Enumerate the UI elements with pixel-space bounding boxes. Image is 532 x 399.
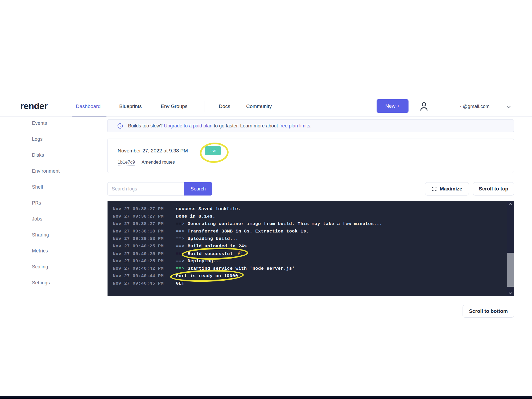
- account-email[interactable]: · @gmail.com: [460, 104, 489, 109]
- scroll-to-top-label: Scroll to top: [479, 186, 508, 192]
- log-timestamp: Nov 27 09:40:42 PM: [113, 265, 176, 272]
- log-timestamp: Nov 27 09:40:25 PM: [113, 250, 176, 258]
- log-arrow: ==>: [176, 221, 184, 226]
- free-plan-limits-link[interactable]: free plan limits: [279, 123, 310, 128]
- top-navbar: render Dashboard Blueprints Env Groups D…: [0, 97, 532, 117]
- bottom-edge-strip: [0, 396, 532, 399]
- log-timestamp: Nov 27 09:39:53 PM: [113, 235, 176, 243]
- search-input[interactable]: [107, 182, 184, 196]
- render-dashboard-page: render Dashboard Blueprints Env Groups D…: [0, 0, 532, 399]
- maximize-label: Maximize: [440, 186, 462, 192]
- sidebar-item-disks[interactable]: Disks: [32, 152, 60, 158]
- sidebar-item-jobs[interactable]: Jobs: [32, 216, 60, 222]
- nav-divider: [204, 101, 204, 112]
- render-logo[interactable]: render: [20, 101, 48, 111]
- log-message: Build uploaded in 24s: [188, 244, 247, 249]
- log-message: Done in 8.14s.: [176, 214, 215, 219]
- log-line: Nov 27 09:40:42 PM==>Starting service wi…: [113, 265, 503, 272]
- party-popper-icon: [236, 250, 242, 256]
- log-line: Nov 27 09:39:53 PM==>Uploading build...: [113, 235, 503, 243]
- log-message: success Saved lockfile.: [176, 206, 241, 211]
- active-tab-indicator: [72, 116, 106, 117]
- log-message: Generating container image from build. T…: [188, 221, 382, 226]
- deploy-card: November 27, 2022 at 9:38 PM Live 1b1e7c…: [107, 139, 514, 173]
- sidebar-item-prs[interactable]: PRs: [32, 200, 60, 206]
- marker-circle-build-successful: Build successful: [188, 250, 242, 258]
- log-arrow: ==>: [176, 236, 184, 241]
- log-message: Deploying...: [188, 259, 221, 264]
- sidebar-item-shell[interactable]: Shell: [32, 184, 60, 190]
- log-message: Starting service with 'node server.js': [188, 266, 295, 271]
- sidebar-item-metrics[interactable]: Metrics: [32, 248, 60, 253]
- log-arrow: ==>: [176, 251, 184, 256]
- log-line: Nov 27 09:40:25 PM==>Deploying...: [113, 257, 503, 265]
- scroll-to-top-button[interactable]: Scroll to top: [473, 182, 514, 196]
- commit-hash[interactable]: 1b1e7c9: [118, 160, 135, 166]
- scroll-to-bottom-button[interactable]: Scroll to bottom: [463, 305, 514, 318]
- sidebar-item-scaling[interactable]: Scaling: [32, 264, 60, 269]
- log-arrow: ==>: [176, 259, 184, 264]
- nav-link-docs[interactable]: Docs: [219, 103, 230, 109]
- log-console[interactable]: Nov 27 09:38:27 PMsuccess Saved lockfile…: [108, 201, 514, 296]
- log-arrow: ==>: [176, 266, 184, 271]
- nav-tab-dashboard[interactable]: Dashboard: [76, 103, 101, 109]
- account-masked-prefix: ·: [460, 104, 461, 109]
- sidebar-item-environment[interactable]: Environment: [32, 168, 60, 174]
- sidebar-item-settings[interactable]: Settings: [32, 280, 60, 285]
- log-line: Nov 27 09:40:45 PMGET: [113, 280, 503, 287]
- log-line-build-successful: Nov 27 09:40:25 PM==>Build successful: [113, 250, 503, 257]
- log-timestamp: Nov 27 09:40:45 PM: [113, 280, 176, 287]
- nav-tab-env-groups[interactable]: Env Groups: [161, 103, 187, 109]
- scrollbar-down-icon[interactable]: [509, 292, 512, 295]
- live-status-badge: Live: [205, 146, 221, 155]
- log-line: Nov 27 09:38:27 PM==>Generating containe…: [113, 220, 503, 228]
- log-timestamp: Nov 27 09:40:25 PM: [113, 243, 176, 250]
- sidebar-item-logs[interactable]: Logs: [32, 136, 60, 142]
- log-line: Nov 27 09:38:27 PMDone in 8.14s.: [113, 213, 503, 220]
- new-button[interactable]: New +: [377, 99, 409, 113]
- log-line: Nov 27 09:38:18 PM==>Transferred 38MB in…: [113, 228, 503, 235]
- log-message: GET: [176, 281, 184, 286]
- commit-message: Amended routes: [142, 160, 175, 165]
- banner-text-after: .: [310, 123, 311, 128]
- log-timestamp: Nov 27 09:38:27 PM: [113, 213, 176, 220]
- user-avatar-icon[interactable]: [419, 100, 429, 113]
- log-message: Build successful: [188, 251, 233, 256]
- log-line: Nov 27 09:38:27 PMsuccess Saved lockfile…: [113, 205, 503, 213]
- log-message: Port is ready on 10000: [176, 273, 238, 279]
- log-line-port-ready: Nov 27 09:40:44 PMPort is ready on 10000: [113, 272, 503, 280]
- log-arrow: ==>: [176, 229, 184, 234]
- console-scrollbar[interactable]: [507, 201, 514, 296]
- account-email-text: @gmail.com: [463, 104, 489, 109]
- log-timestamp: Nov 27 09:38:18 PM: [113, 228, 176, 235]
- log-timestamp: Nov 27 09:40:44 PM: [113, 272, 176, 280]
- chevron-down-icon[interactable]: [506, 104, 512, 110]
- banner-text: Builds too slow? Upgrade to a paid plan …: [128, 123, 311, 129]
- log-timestamp: Nov 27 09:38:27 PM: [113, 205, 176, 213]
- sidebar-item-events[interactable]: Events: [32, 120, 60, 126]
- deploy-timestamp: November 27, 2022 at 9:38 PM: [118, 148, 188, 154]
- scrollbar-thumb[interactable]: [507, 253, 514, 287]
- log-timestamp: Nov 27 09:38:27 PM: [113, 220, 176, 228]
- log-timestamp: Nov 27 09:40:25 PM: [113, 257, 176, 265]
- upgrade-plan-link[interactable]: Upgrade to a paid plan: [164, 123, 212, 128]
- log-line: Nov 27 09:40:25 PM==>Build uploaded in 2…: [113, 243, 503, 250]
- maximize-button[interactable]: Maximize: [425, 182, 469, 196]
- sidebar-item-sharing[interactable]: Sharing: [32, 232, 60, 238]
- nav-tab-blueprints[interactable]: Blueprints: [119, 103, 142, 109]
- maximize-icon: [432, 186, 437, 192]
- info-icon: [117, 123, 123, 129]
- marker-circle-port-ready: Port is ready on 10000: [176, 272, 238, 280]
- log-message: Uploading build...: [188, 236, 238, 241]
- upgrade-banner: Builds too slow? Upgrade to a paid plan …: [107, 119, 514, 132]
- service-sidebar: Events Logs Disks Environment Shell PRs …: [32, 120, 60, 296]
- log-arrow: ==>: [176, 244, 184, 249]
- search-button[interactable]: Search: [184, 182, 212, 196]
- nav-link-community[interactable]: Community: [246, 103, 272, 109]
- log-message: Transferred 38MB in 8s. Extraction took …: [188, 229, 309, 234]
- banner-text-before: Builds too slow?: [128, 123, 164, 128]
- banner-text-middle: to go faster. Learn more about: [212, 123, 279, 128]
- scrollbar-up-icon[interactable]: [509, 202, 512, 205]
